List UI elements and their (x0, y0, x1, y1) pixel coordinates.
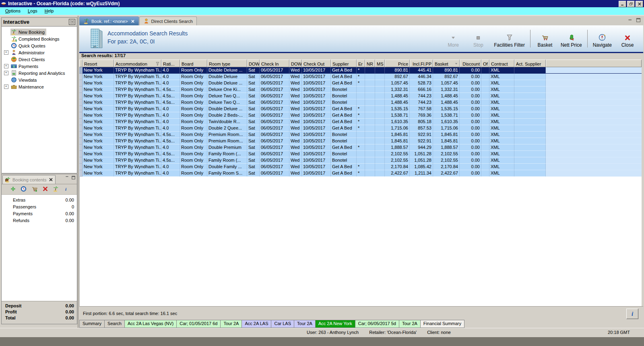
table-row[interactable]: New YorkTRYP By Wyndham Ti...4.0Room Onl… (79, 144, 642, 151)
bottom-tab-acc-2a-las-vegas-nv-[interactable]: Acc 2A Las Vegas (NV) (124, 320, 177, 328)
bottom-tab-financial-summary[interactable]: Financial Summary (420, 320, 464, 328)
column-header-price[interactable]: Price (385, 60, 410, 67)
column-header-dow[interactable]: DOW (247, 60, 260, 67)
close-button[interactable]: Close (615, 29, 640, 49)
table-row[interactable]: New YorkTRYP By Wyndham Ti...4.0Room Onl… (79, 170, 642, 177)
menu-item-logs[interactable]: Logs (24, 8, 41, 14)
expand-plus-icon[interactable]: + (4, 64, 8, 68)
bottom-tab-tour-2a[interactable]: Tour 2A (294, 320, 316, 328)
sidebar-item-payments[interactable]: +$Payments (2, 63, 77, 70)
bottom-tab-tour-2a[interactable]: Tour 2A (399, 320, 421, 328)
column-header-nr[interactable]: NR (365, 60, 375, 67)
table-cell: Double Deluxe (207, 74, 247, 80)
table-row[interactable]: New YorkTRYP By Wyndham Ti...4.0Room Onl… (79, 125, 642, 132)
column-header-act-supplier[interactable]: Act. Supplier (514, 60, 546, 67)
table-row[interactable]: New YorkTRYP By Wyndham Ti...4.5s...Room… (79, 93, 642, 99)
sidebar-item-viewdata[interactable]: Viewdata (2, 76, 77, 83)
table-row[interactable]: New YorkTRYP By Wyndham Ti...4.0Room Onl… (79, 80, 642, 86)
nett-price-button[interactable]: Nett Price (557, 29, 585, 49)
sidebar-item-maintenance[interactable]: +Maintenance (2, 83, 77, 90)
expand-plus-icon[interactable]: + (4, 71, 8, 75)
table-row[interactable]: New YorkTRYP By Wyndham Ti...4.5s...Room… (79, 86, 642, 93)
menu-item-options[interactable]: Options (2, 8, 24, 14)
booking-contents-tab[interactable]: Booking contents (2, 175, 56, 184)
table-cell: TRYP By Wyndham Ti... (114, 74, 161, 80)
table-row[interactable]: New YorkTRYP By Wyndham Ti...4.5s...Room… (79, 99, 642, 106)
column-header-check-in[interactable]: Check In (260, 60, 289, 67)
table-row[interactable]: New YorkTRYP By Wyndham Ti...4.5s...Room… (79, 157, 642, 164)
menu-item-help[interactable]: Help (41, 8, 58, 14)
add-button[interactable] (10, 186, 16, 193)
bottom-tab-acc-2a-las[interactable]: Acc 2A LAS (242, 320, 271, 328)
column-header-contract[interactable]: Contract (489, 60, 514, 67)
table-cell: * (357, 170, 365, 177)
tab-book-ref-none-[interactable]: Book. ref.: <none> (79, 16, 139, 25)
table-cell (514, 80, 546, 86)
column-header-basket[interactable]: Basket (433, 60, 460, 67)
expand-plus-icon[interactable]: + (4, 50, 8, 55)
panel-maximize-button[interactable] (71, 175, 76, 181)
basket-go-button[interactable] (31, 186, 38, 193)
tab-direct-clients-search[interactable]: Direct Clients Search (139, 16, 197, 25)
delete-button[interactable] (42, 186, 48, 193)
bottom-tab-car-01-05-2017-6d[interactable]: Car; 01/05/2017 6d (176, 320, 221, 328)
table-row[interactable]: New YorkTRYP By Wyndham Ti...4.0Room Onl… (79, 67, 642, 74)
table-row[interactable]: New YorkTRYP By Wyndham Ti...4.5s...Room… (79, 151, 642, 157)
minimize-button[interactable] (619, 1, 626, 7)
table-row[interactable]: New YorkTRYP By Wyndham Ti...4.0Room Onl… (79, 119, 642, 125)
navigate-icon (598, 34, 606, 41)
bottom-tab-car-06-05-2017-5d[interactable]: Car; 06/05/2017 5d (355, 320, 399, 328)
column-header-supplier[interactable]: Supplier (331, 60, 357, 67)
close-window-button[interactable] (636, 1, 643, 7)
column-header-check-out[interactable]: Check Out (302, 60, 331, 67)
column-header-er[interactable]: Er (357, 60, 365, 67)
column-header-board[interactable]: Board (180, 60, 207, 67)
column-header-discount[interactable]: Discount (460, 60, 481, 67)
table-cell: 922.91 (410, 138, 433, 144)
table-row[interactable]: New YorkTRYP By Wyndham Ti...4.5s...Room… (79, 138, 642, 144)
navigate-button[interactable]: Navigate (590, 29, 615, 49)
table-cell: 06/05/2017 (260, 80, 289, 86)
column-header-of[interactable]: Of (481, 60, 489, 67)
mdi-minimize-button[interactable] (628, 18, 633, 23)
basket-button[interactable]: Basket (533, 29, 557, 49)
sidebar-item-direct-clients[interactable]: Direct Clients (2, 56, 77, 63)
booking-tab-close-icon[interactable] (49, 177, 53, 182)
sidebar-item-completed-bookings[interactable]: $Completed Bookings (2, 35, 77, 42)
table-row[interactable]: New YorkTRYP By Wyndham Ti...4.5s...Room… (79, 132, 642, 138)
table-row[interactable]: New YorkTRYP By Wyndham Ti...4.0Room Onl… (79, 164, 642, 170)
bottom-tab-tour-2a[interactable]: Tour 2A (220, 320, 242, 328)
bottom-tab-summary[interactable]: Summary (79, 320, 105, 328)
panel-maximize-icon (71, 175, 76, 180)
bottom-tab-car-las[interactable]: Car LAS (271, 320, 294, 328)
info-button[interactable]: i (626, 309, 638, 319)
table-row[interactable]: New YorkTRYP By Wyndham Ti...4.0Room Onl… (79, 106, 642, 112)
bottom-tab-search[interactable]: Search (104, 320, 125, 328)
sidebar-item-administrator[interactable]: +Administrator (2, 49, 77, 56)
column-header-incl-fl-pp[interactable]: Incl.Fl.PP (410, 60, 433, 67)
info-button[interactable]: i (63, 186, 68, 193)
row-filler (546, 112, 642, 119)
column-header-ms[interactable]: MS (375, 60, 385, 67)
restore-button[interactable] (627, 1, 635, 7)
table-row[interactable]: New YorkTRYP By Wyndham Ti...4.0Room Onl… (79, 74, 642, 80)
palm-tree-button[interactable] (53, 186, 59, 193)
column-header-dow[interactable]: DOW (289, 60, 302, 67)
column-header-accommodation[interactable]: Accommodation (114, 60, 161, 67)
sidebar-item-quick-quotes[interactable]: Quick Quotes (2, 42, 77, 49)
column-header-room-type[interactable]: Room type (207, 60, 247, 67)
column-header-resort[interactable]: Resort (83, 60, 114, 67)
bottom-tab-acc-2a-new-york[interactable]: Acc 2A New York (315, 320, 355, 328)
table-row[interactable]: New YorkTRYP By Wyndham Ti...4.0Room Onl… (79, 112, 642, 119)
mdi-restore-button[interactable] (636, 18, 641, 23)
sidebar-item-new-booking[interactable]: New Booking (2, 29, 77, 35)
facilities-filter-button[interactable]: Facilities Filter (491, 29, 528, 49)
panel-minimize-button[interactable] (65, 175, 70, 181)
table-cell: Wed (289, 99, 302, 106)
tab-close-icon[interactable] (131, 19, 135, 23)
expand-plus-icon[interactable]: + (4, 84, 8, 89)
collapse-panel-button[interactable] (69, 19, 75, 25)
quick-quote-button[interactable] (21, 186, 27, 193)
sidebar-item-reporting-and-analytics[interactable]: +Reporting and Analytics (2, 70, 77, 76)
column-header-rati-[interactable]: Rati... (161, 60, 180, 67)
